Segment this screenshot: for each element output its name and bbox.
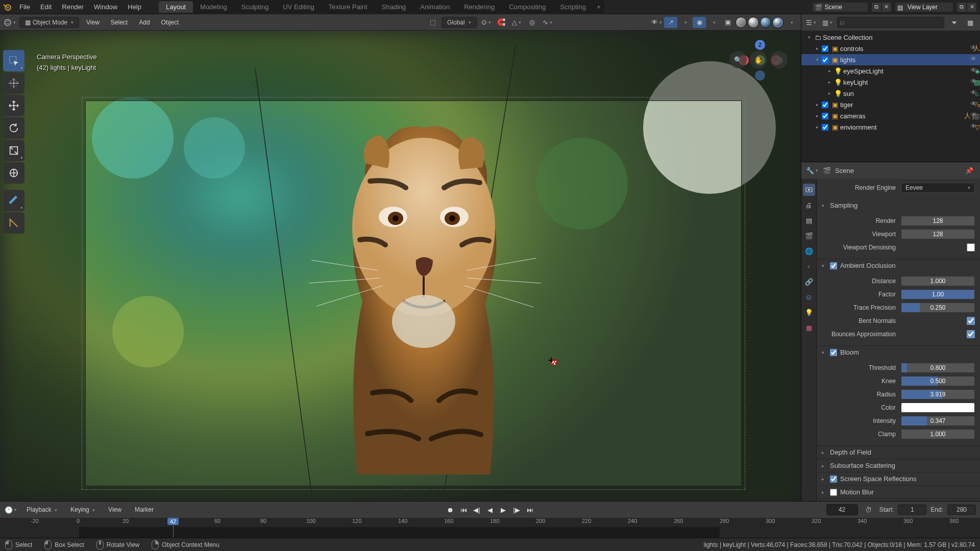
eye-icon[interactable]: 👁 xyxy=(970,122,977,130)
tab-layout[interactable]: Layout xyxy=(159,1,193,13)
prop-tab-object[interactable]: ▫ xyxy=(803,260,815,272)
eye-icon[interactable]: 👁 xyxy=(970,78,977,85)
motion-blur-checkbox[interactable] xyxy=(830,489,837,496)
outliner-row-environment[interactable]: ▸ ▣ enviornment ▽ 👁 xyxy=(801,121,980,133)
nav-zoom-icon[interactable]: 🔍 xyxy=(729,51,747,68)
tab-compositing[interactable]: Compositing xyxy=(502,1,553,13)
playhead[interactable]: 42 xyxy=(173,518,174,538)
collection-checkbox[interactable] xyxy=(822,45,828,52)
scene-copy-button[interactable]: ⧉ xyxy=(871,2,881,12)
menu-edit[interactable]: Edit xyxy=(35,0,57,14)
bloom-clamp-field[interactable]: 1.000 xyxy=(901,429,975,439)
timeline-menu-keying[interactable]: Keying ▾ xyxy=(66,505,99,514)
mode-selector[interactable]: ▦ Object Mode ▾ xyxy=(19,17,79,28)
snap-toggle-icon[interactable]: 🧲 xyxy=(495,17,508,28)
outliner-row-eyespeclight[interactable]: ▸💡 eyeSpecLight ◈ 👁 xyxy=(801,65,980,77)
add-workspace-button[interactable]: + xyxy=(593,3,604,11)
eye-icon[interactable]: 👁 xyxy=(970,55,977,63)
prop-tab-scene[interactable]: 🎬 xyxy=(803,230,815,242)
current-frame-field[interactable]: 42 xyxy=(826,504,858,515)
panel-ao[interactable]: ▾Ambient Occlusion xyxy=(817,259,980,272)
timeline-ruler[interactable]: -200204060801001201401601802002202402602… xyxy=(0,518,980,538)
viewport-3d[interactable]: Camera Perspective (42) lights | keyLigh… xyxy=(0,31,801,501)
properties-editor-icon[interactable]: 🔧▾ xyxy=(805,165,819,176)
tab-shading[interactable]: Shading xyxy=(375,1,413,13)
axis-neg-z[interactable] xyxy=(755,70,765,81)
orientation-selector[interactable]: Global▾ xyxy=(442,17,477,28)
prop-tab-data[interactable]: 💡 xyxy=(803,306,815,318)
collection-checkbox[interactable] xyxy=(822,57,828,63)
shading-options-icon[interactable]: ▾ xyxy=(785,17,798,28)
bloom-intensity-field[interactable]: 0.347 xyxy=(901,416,975,426)
view-layer-delete-button[interactable]: ✕ xyxy=(967,2,977,12)
ao-trace-field[interactable]: 0.250 xyxy=(901,303,975,313)
ao-distance-field[interactable]: 1.000 xyxy=(901,276,975,286)
eye-icon[interactable]: 👁 xyxy=(970,89,977,96)
shading-rendered-icon[interactable] xyxy=(772,17,783,28)
xray-icon[interactable]: ▣ xyxy=(721,17,734,28)
prop-tab-constraints[interactable]: 🔗 xyxy=(803,276,815,288)
proportional-edit-icon[interactable]: ◎ xyxy=(525,17,538,28)
menu-window[interactable]: Window xyxy=(89,0,122,14)
tab-scripting[interactable]: Scripting xyxy=(553,1,593,13)
viewport-menu-add[interactable]: Add xyxy=(135,18,154,27)
outliner-search-input[interactable] xyxy=(837,17,944,28)
render-engine-select[interactable]: Eevee▾ xyxy=(901,183,975,193)
tool-annotate[interactable]: ▸ xyxy=(3,190,24,211)
outliner-row-lights[interactable]: ▾ ▣ lights 👁 xyxy=(801,54,980,65)
overlay-toggle-icon[interactable]: ◉ xyxy=(693,17,706,28)
outliner-editor-icon[interactable]: ☰▾ xyxy=(804,17,818,28)
axis-z[interactable]: Z xyxy=(755,40,765,50)
eye-icon[interactable]: 👁 xyxy=(970,111,977,119)
overlay-options-icon[interactable]: ▾ xyxy=(707,17,720,28)
timeline-menu-view[interactable]: View xyxy=(104,505,126,514)
auto-key-icon[interactable]: ⏺ xyxy=(445,504,456,515)
tool-rotate[interactable] xyxy=(3,117,24,139)
shading-solid-icon[interactable] xyxy=(748,17,759,28)
tool-cursor[interactable] xyxy=(3,72,24,94)
prop-tab-output[interactable]: 🖨 xyxy=(803,199,815,211)
tool-transform[interactable] xyxy=(3,162,24,184)
bloom-color-field[interactable] xyxy=(901,403,975,413)
gizmo-toggle-icon[interactable]: ↗ xyxy=(664,17,677,28)
scene-selector[interactable]: 🎬 Scene xyxy=(812,2,868,12)
prev-key-icon[interactable]: ◀| xyxy=(471,504,482,515)
tool-scale[interactable]: ▸ xyxy=(3,140,24,161)
ao-bent-checkbox[interactable] xyxy=(967,317,975,325)
jump-end-icon[interactable]: ⏭ xyxy=(524,504,535,515)
panel-sampling[interactable]: ▾Sampling xyxy=(817,199,980,212)
outliner-row-keylight[interactable]: ▸💡 keyLight ▧ 👁 xyxy=(801,77,980,88)
collection-checkbox[interactable] xyxy=(822,113,828,119)
shading-wireframe-icon[interactable] xyxy=(736,17,747,28)
menu-help[interactable]: Help xyxy=(122,0,146,14)
eye-icon[interactable]: 👁 xyxy=(970,100,977,108)
menu-file[interactable]: File xyxy=(14,0,35,14)
eye-icon[interactable]: 👁 xyxy=(970,44,977,52)
bloom-radius-field[interactable]: 3.919 xyxy=(901,389,975,399)
viewport-denoise-checkbox[interactable] xyxy=(967,243,975,252)
end-frame-field[interactable]: 280 xyxy=(947,505,976,515)
shading-lookdev-icon[interactable] xyxy=(760,17,771,28)
tab-modeling[interactable]: Modeling xyxy=(193,1,234,13)
jump-start-icon[interactable]: ⏮ xyxy=(458,504,469,515)
prop-tab-world[interactable]: 🌐 xyxy=(803,245,815,257)
tool-measure[interactable] xyxy=(3,212,24,234)
panel-bloom[interactable]: ▾Bloom xyxy=(817,346,980,359)
menu-render[interactable]: Render xyxy=(57,0,89,14)
panel-motion-blur[interactable]: ▸Motion Blur xyxy=(817,486,980,498)
next-key-icon[interactable]: |▶ xyxy=(511,504,522,515)
sampling-viewport-field[interactable]: 128 xyxy=(901,229,975,239)
view-layer-selector[interactable]: ▤ View Layer xyxy=(895,2,953,12)
tab-texture-paint[interactable]: Texture Paint xyxy=(322,1,375,13)
outliner-row-cameras[interactable]: ▸ ▣ cameras 人 🎥 👁 xyxy=(801,110,980,121)
editor-type-icon[interactable]: ▾ xyxy=(3,17,16,28)
orientation-icon[interactable]: ⬚ xyxy=(426,17,439,28)
bloom-threshold-field[interactable]: 0.800 xyxy=(901,363,975,373)
viewport-menu-view[interactable]: View xyxy=(82,18,104,27)
timeline-menu-playback[interactable]: Playback ▾ xyxy=(22,505,61,514)
scene-collection-row[interactable]: ▾🗀 Scene Collection xyxy=(801,32,980,43)
eye-icon[interactable]: 👁 xyxy=(970,66,977,74)
collection-checkbox[interactable] xyxy=(822,124,828,131)
ao-factor-field[interactable]: 1.00 xyxy=(901,289,975,299)
outliner-tree[interactable]: ▾🗀 Scene Collection ▸ ▣ controls 人 👁 ▾ ▣… xyxy=(801,31,980,162)
